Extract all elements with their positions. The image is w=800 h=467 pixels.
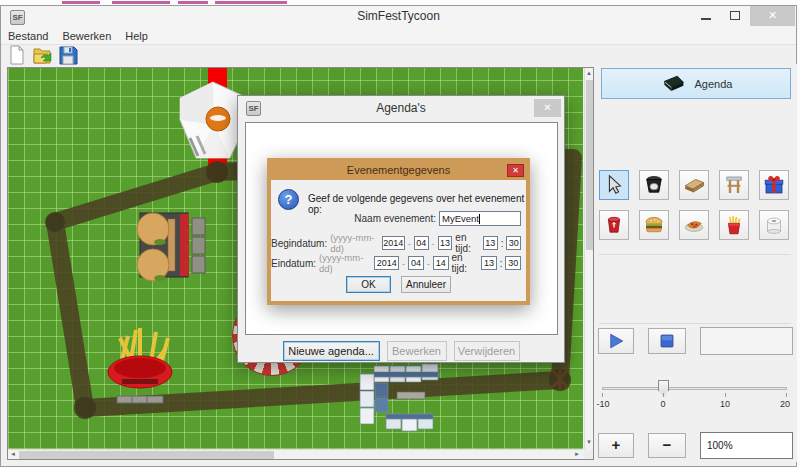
gift-icon [762,173,786,197]
stop-button[interactable] [648,328,686,354]
zoom-out-button[interactable]: − [648,433,686,458]
event-end-row: Eindatum: (yyyy-mm-dd) 2014 - 04 - 14 en… [271,252,521,274]
vertical-scroll-thumb[interactable] [586,80,593,250]
tool-fries-stand[interactable] [719,210,749,240]
stage-icon [682,173,706,197]
scrollbar-corner [584,449,593,459]
menu-item-help[interactable]: Help [118,28,155,42]
event-dialog: Evenementgegevens ✕ ? Geef de volgende g… [267,158,530,305]
event-dialog-titlebar[interactable]: Evenementgegevens ✕ [271,162,526,180]
end-hour-input[interactable]: 13 [481,256,497,270]
tool-spotlight[interactable] [639,170,669,200]
start-date-label: Begindatum: [271,238,327,249]
end-day-input[interactable]: 14 [433,256,449,270]
zoom-in-button[interactable]: + [598,433,634,458]
close-button[interactable]: ✕ [750,6,795,26]
sidebar: Agenda [595,64,797,462]
fries-icon [722,213,746,237]
dash-separator: - [408,238,411,249]
cancel-button[interactable]: Annuleer [401,276,451,293]
play-button[interactable] [598,328,634,354]
scroll-left-icon[interactable]: ◄ [10,451,16,457]
menu-bar: BestandBewerkenHelp [1,28,796,45]
window-controls: ✕ [692,6,795,26]
zoom-level-field[interactable]: 100% [700,432,793,459]
agenda-dialog-close-button[interactable]: ✕ [534,99,561,117]
tool-pizza-stand[interactable] [679,210,709,240]
agenda-dialog-buttons: Nieuwe agenda... Bewerken Verwijderen [238,341,564,361]
cursor-icon [603,174,625,196]
time-label: en tijd: [455,232,480,254]
horizontal-scroll-thumb[interactable] [19,451,274,459]
scroll-up-icon[interactable]: ▲ [586,70,592,76]
scroll-right-icon[interactable]: ► [574,451,580,457]
hamburger-icon [642,213,666,237]
event-dialog-title: Evenementgegevens [271,164,526,176]
start-month-input[interactable]: 04 [414,236,429,250]
sidebar-divider [599,254,791,255]
start-hour-input[interactable]: 13 [483,236,498,250]
horizontal-scrollbar[interactable]: ◄ ► [8,449,583,459]
date-format-hint: (yyyy-mm-dd) [319,252,371,274]
fries-stand [108,328,172,403]
screen: SF SimFestTycoon ✕ BestandBewerkenHelp [0,0,800,467]
speed-slider-track[interactable] [602,387,787,390]
colon-separator: : [501,238,504,249]
window-title: SimFestTycoon [1,9,796,23]
event-dialog-close-button[interactable]: ✕ [507,164,524,177]
question-icon: ? [278,189,299,210]
new-file-icon[interactable] [7,45,27,65]
sidebar-divider [599,323,791,324]
burger-stand [137,213,205,281]
background-text-fragment [178,1,208,4]
end-month-input[interactable]: 04 [408,256,424,270]
tool-select-cursor[interactable] [599,170,629,200]
vertical-scrollbar[interactable]: ▲ ▼ [584,68,593,449]
event-start-row: Begindatum: (yyyy-mm-dd) 2014 - 04 - 13 … [271,232,521,254]
open-file-icon[interactable] [32,45,52,65]
edit-agenda-button: Bewerken [387,341,447,361]
start-day-input[interactable]: 13 [438,236,453,250]
dash-separator: - [402,258,405,269]
menu-item-bestand[interactable]: Bestand [1,28,55,42]
event-dialog-buttons: OK Annuleer [271,276,526,293]
end-date-label: Eindatum: [271,258,316,269]
window-titlebar[interactable]: SF SimFestTycoon ✕ [1,6,796,28]
start-year-input[interactable]: 2014 [382,236,405,250]
ok-button[interactable]: OK [346,276,391,293]
tool-gift[interactable] [759,170,789,200]
minimize-icon [701,18,711,20]
end-year-input[interactable]: 2014 [374,256,399,270]
wood-frame-icon [722,173,746,197]
event-dialog-body: ? Geef de volgende gegevens over het eve… [271,180,526,301]
tool-toilet[interactable] [759,210,789,240]
text-caret [479,214,480,224]
event-name-row: Naam evenement: MyEvent [354,211,521,226]
agenda-book-icon [660,73,686,95]
tool-frame[interactable] [719,170,749,200]
agenda-dialog-titlebar[interactable]: SF Agenda's ✕ [238,96,564,122]
slider-label-max: 20 [780,399,790,409]
event-name-input[interactable]: MyEvent [439,211,521,226]
colon-separator: : [500,258,503,269]
minimize-button[interactable] [692,6,721,26]
agenda-button[interactable]: Agenda [601,68,791,99]
toilet-blocks [360,364,438,431]
status-panel [700,327,793,355]
menu-item-bewerken[interactable]: Bewerken [55,28,118,42]
tool-stage[interactable] [679,170,709,200]
agenda-button-label: Agenda [695,78,733,90]
delete-agenda-button: Verwijderen [454,341,520,361]
tool-burger-stand[interactable] [639,210,669,240]
maximize-button[interactable] [721,6,750,26]
end-minute-input[interactable]: 30 [505,256,521,270]
start-minute-input[interactable]: 30 [506,236,521,250]
slider-tick [725,393,726,397]
save-icon[interactable] [58,45,78,65]
slider-tick [663,393,664,397]
tool-trashcan[interactable] [599,210,629,240]
scroll-down-icon[interactable]: ▼ [586,439,592,445]
maximize-icon [730,11,740,20]
new-agenda-button[interactable]: Nieuwe agenda... [283,341,380,361]
slider-label-min: -10 [596,399,609,409]
